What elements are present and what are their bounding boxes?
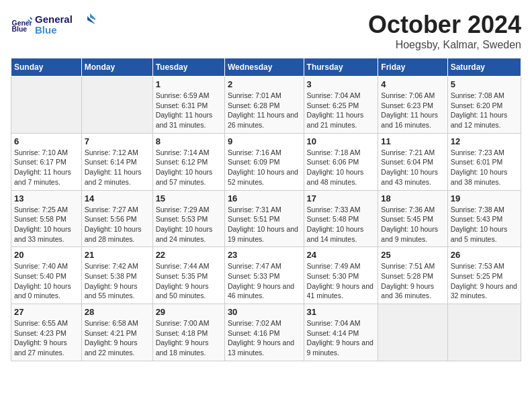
cell-w4-d6: 25Sunrise: 7:51 AM Sunset: 5:28 PM Dayli… bbox=[378, 247, 447, 304]
day-number: 29 bbox=[156, 307, 222, 317]
day-info: Sunrise: 7:51 AM Sunset: 5:28 PM Dayligh… bbox=[381, 261, 444, 301]
cell-w5-d1: 27Sunrise: 6:55 AM Sunset: 4:23 PM Dayli… bbox=[11, 304, 82, 361]
cell-w5-d4: 30Sunrise: 7:02 AM Sunset: 4:16 PM Dayli… bbox=[224, 304, 304, 361]
logo-icon: General Blue bbox=[11, 13, 32, 35]
day-number: 9 bbox=[228, 136, 301, 146]
day-info: Sunrise: 7:18 AM Sunset: 6:06 PM Dayligh… bbox=[307, 148, 375, 187]
day-info: Sunrise: 7:23 AM Sunset: 6:01 PM Dayligh… bbox=[451, 148, 518, 187]
day-number: 26 bbox=[451, 250, 518, 260]
day-number: 11 bbox=[381, 136, 444, 146]
day-info: Sunrise: 7:53 AM Sunset: 5:25 PM Dayligh… bbox=[451, 261, 518, 301]
cell-w3-d2: 14Sunrise: 7:27 AM Sunset: 5:56 PM Dayli… bbox=[81, 190, 152, 247]
cell-w1-d3: 1Sunrise: 6:59 AM Sunset: 6:31 PM Daylig… bbox=[152, 77, 224, 134]
day-number: 12 bbox=[451, 136, 518, 146]
day-info: Sunrise: 7:00 AM Sunset: 4:18 PM Dayligh… bbox=[156, 318, 222, 358]
cell-w3-d6: 18Sunrise: 7:36 AM Sunset: 5:45 PM Dayli… bbox=[378, 190, 447, 247]
cell-w5-d7 bbox=[447, 304, 521, 361]
day-number: 21 bbox=[85, 250, 150, 260]
day-number: 19 bbox=[451, 193, 518, 203]
cell-w1-d7: 5Sunrise: 7:08 AM Sunset: 6:20 PM Daylig… bbox=[447, 77, 521, 134]
col-wednesday: Wednesday bbox=[224, 58, 304, 77]
logo-svg: General Blue bbox=[35, 11, 95, 38]
day-number: 23 bbox=[228, 250, 301, 260]
day-info: Sunrise: 7:49 AM Sunset: 5:30 PM Dayligh… bbox=[307, 261, 375, 301]
cell-w2-d5: 10Sunrise: 7:18 AM Sunset: 6:06 PM Dayli… bbox=[304, 133, 378, 190]
day-number: 22 bbox=[156, 250, 222, 260]
cell-w5-d5: 31Sunrise: 7:04 AM Sunset: 4:14 PM Dayli… bbox=[304, 304, 378, 361]
cell-w4-d1: 20Sunrise: 7:40 AM Sunset: 5:40 PM Dayli… bbox=[11, 247, 82, 304]
day-number: 30 bbox=[228, 307, 301, 317]
cell-w2-d2: 7Sunrise: 7:12 AM Sunset: 6:14 PM Daylig… bbox=[81, 133, 152, 190]
cell-w4-d7: 26Sunrise: 7:53 AM Sunset: 5:25 PM Dayli… bbox=[447, 247, 521, 304]
cell-w1-d5: 3Sunrise: 7:04 AM Sunset: 6:25 PM Daylig… bbox=[304, 77, 378, 134]
cell-w5-d2: 28Sunrise: 6:58 AM Sunset: 4:21 PM Dayli… bbox=[81, 304, 152, 361]
col-thursday: Thursday bbox=[304, 58, 378, 77]
day-number: 4 bbox=[381, 79, 444, 89]
day-info: Sunrise: 7:04 AM Sunset: 6:25 PM Dayligh… bbox=[307, 91, 375, 130]
day-info: Sunrise: 7:31 AM Sunset: 5:51 PM Dayligh… bbox=[228, 205, 301, 244]
day-info: Sunrise: 7:29 AM Sunset: 5:53 PM Dayligh… bbox=[156, 205, 222, 244]
cell-w4-d2: 21Sunrise: 7:42 AM Sunset: 5:38 PM Dayli… bbox=[81, 247, 152, 304]
cell-w4-d4: 23Sunrise: 7:47 AM Sunset: 5:33 PM Dayli… bbox=[224, 247, 304, 304]
cell-w5-d6 bbox=[378, 304, 447, 361]
title-block: October 2024 Hoegsby, Kalmar, Sweden bbox=[368, 11, 521, 51]
day-number: 17 bbox=[307, 193, 375, 203]
day-number: 13 bbox=[14, 193, 79, 203]
calendar-title: October 2024 bbox=[368, 11, 521, 39]
day-number: 5 bbox=[451, 79, 518, 89]
day-info: Sunrise: 7:42 AM Sunset: 5:38 PM Dayligh… bbox=[85, 261, 150, 301]
day-info: Sunrise: 7:44 AM Sunset: 5:35 PM Dayligh… bbox=[156, 261, 222, 301]
cell-w2-d7: 12Sunrise: 7:23 AM Sunset: 6:01 PM Dayli… bbox=[447, 133, 521, 190]
day-number: 2 bbox=[228, 79, 301, 89]
day-info: Sunrise: 7:21 AM Sunset: 6:04 PM Dayligh… bbox=[381, 148, 444, 187]
day-info: Sunrise: 6:55 AM Sunset: 4:23 PM Dayligh… bbox=[14, 318, 79, 358]
week-row-3: 13Sunrise: 7:25 AM Sunset: 5:58 PM Dayli… bbox=[11, 190, 521, 247]
cell-w3-d5: 17Sunrise: 7:33 AM Sunset: 5:48 PM Dayli… bbox=[304, 190, 378, 247]
cell-w3-d1: 13Sunrise: 7:25 AM Sunset: 5:58 PM Dayli… bbox=[11, 190, 82, 247]
cell-w5-d3: 29Sunrise: 7:00 AM Sunset: 4:18 PM Dayli… bbox=[152, 304, 224, 361]
day-number: 10 bbox=[307, 136, 375, 146]
day-info: Sunrise: 7:27 AM Sunset: 5:56 PM Dayligh… bbox=[85, 205, 150, 244]
day-number: 24 bbox=[307, 250, 375, 260]
week-row-2: 6Sunrise: 7:10 AM Sunset: 6:17 PM Daylig… bbox=[11, 133, 521, 190]
logo: General Blue General Blue bbox=[11, 11, 95, 38]
day-info: Sunrise: 6:58 AM Sunset: 4:21 PM Dayligh… bbox=[85, 318, 150, 358]
day-info: Sunrise: 7:36 AM Sunset: 5:45 PM Dayligh… bbox=[381, 205, 444, 244]
day-info: Sunrise: 7:02 AM Sunset: 4:16 PM Dayligh… bbox=[228, 318, 301, 358]
day-info: Sunrise: 6:59 AM Sunset: 6:31 PM Dayligh… bbox=[156, 91, 222, 130]
day-number: 8 bbox=[156, 136, 222, 146]
day-info: Sunrise: 7:01 AM Sunset: 6:28 PM Dayligh… bbox=[228, 91, 301, 130]
cell-w1-d1 bbox=[11, 77, 82, 134]
col-tuesday: Tuesday bbox=[152, 58, 224, 77]
day-info: Sunrise: 7:47 AM Sunset: 5:33 PM Dayligh… bbox=[228, 261, 301, 301]
cell-w2-d1: 6Sunrise: 7:10 AM Sunset: 6:17 PM Daylig… bbox=[11, 133, 82, 190]
day-number: 28 bbox=[85, 307, 150, 317]
day-info: Sunrise: 7:12 AM Sunset: 6:14 PM Dayligh… bbox=[85, 148, 150, 187]
day-info: Sunrise: 7:16 AM Sunset: 6:09 PM Dayligh… bbox=[228, 148, 301, 187]
day-info: Sunrise: 7:40 AM Sunset: 5:40 PM Dayligh… bbox=[14, 261, 79, 301]
svg-text:Blue: Blue bbox=[35, 24, 57, 36]
calendar-table: Sunday Monday Tuesday Wednesday Thursday… bbox=[11, 58, 521, 361]
day-number: 20 bbox=[14, 250, 79, 260]
day-info: Sunrise: 7:33 AM Sunset: 5:48 PM Dayligh… bbox=[307, 205, 375, 244]
cell-w3-d7: 19Sunrise: 7:38 AM Sunset: 5:43 PM Dayli… bbox=[447, 190, 521, 247]
day-info: Sunrise: 7:04 AM Sunset: 4:14 PM Dayligh… bbox=[307, 318, 375, 358]
col-sunday: Sunday bbox=[11, 58, 82, 77]
day-number: 18 bbox=[381, 193, 444, 203]
cell-w3-d3: 15Sunrise: 7:29 AM Sunset: 5:53 PM Dayli… bbox=[152, 190, 224, 247]
week-row-1: 1Sunrise: 6:59 AM Sunset: 6:31 PM Daylig… bbox=[11, 77, 521, 134]
week-row-4: 20Sunrise: 7:40 AM Sunset: 5:40 PM Dayli… bbox=[11, 247, 521, 304]
cell-w2-d3: 8Sunrise: 7:14 AM Sunset: 6:12 PM Daylig… bbox=[152, 133, 224, 190]
cell-w4-d3: 22Sunrise: 7:44 AM Sunset: 5:35 PM Dayli… bbox=[152, 247, 224, 304]
day-info: Sunrise: 7:08 AM Sunset: 6:20 PM Dayligh… bbox=[451, 91, 518, 130]
day-number: 7 bbox=[85, 136, 150, 146]
col-saturday: Saturday bbox=[447, 58, 521, 77]
cell-w1-d4: 2Sunrise: 7:01 AM Sunset: 6:28 PM Daylig… bbox=[224, 77, 304, 134]
col-monday: Monday bbox=[81, 58, 152, 77]
cell-w2-d4: 9Sunrise: 7:16 AM Sunset: 6:09 PM Daylig… bbox=[224, 133, 304, 190]
day-number: 16 bbox=[228, 193, 301, 203]
day-number: 6 bbox=[14, 136, 79, 146]
cell-w1-d6: 4Sunrise: 7:06 AM Sunset: 6:23 PM Daylig… bbox=[378, 77, 447, 134]
cell-w4-d5: 24Sunrise: 7:49 AM Sunset: 5:30 PM Dayli… bbox=[304, 247, 378, 304]
day-number: 15 bbox=[156, 193, 222, 203]
